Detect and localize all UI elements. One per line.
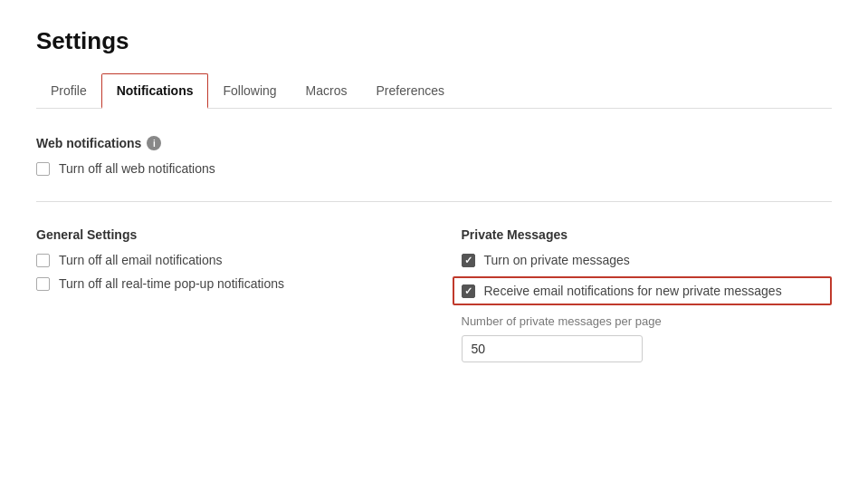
- info-icon[interactable]: i: [147, 136, 161, 150]
- turn-on-pm-row: Turn on private messages: [462, 253, 833, 267]
- turn-off-popup-row: Turn off all real-time pop-up notificati…: [36, 276, 407, 291]
- general-settings-col: General Settings Turn off all email noti…: [36, 227, 407, 362]
- turn-off-popup-label: Turn off all real-time pop-up notificati…: [59, 276, 284, 291]
- tab-notifications[interactable]: Notifications: [101, 73, 209, 109]
- turn-off-email-row: Turn off all email notifications: [36, 253, 407, 267]
- per-page-label: Number of private messages per page: [462, 314, 833, 328]
- tabs-nav: Profile Notifications Following Macros P…: [36, 73, 832, 109]
- general-settings-title: General Settings: [36, 227, 407, 242]
- two-col-layout: General Settings Turn off all email noti…: [36, 227, 832, 362]
- receive-email-pm-label: Receive email notifications for new priv…: [484, 284, 782, 298]
- tab-profile[interactable]: Profile: [36, 74, 101, 109]
- turn-off-web-row: Turn off all web notifications: [36, 161, 832, 176]
- page-title: Settings: [36, 27, 832, 55]
- private-messages-col: Private Messages Turn on private message…: [462, 227, 833, 362]
- tab-following[interactable]: Following: [208, 74, 291, 109]
- turn-off-email-checkbox[interactable]: [36, 254, 50, 267]
- turn-off-popup-checkbox[interactable]: [36, 277, 50, 291]
- receive-email-pm-checkbox[interactable]: [462, 284, 475, 298]
- turn-off-web-checkbox[interactable]: [36, 162, 50, 176]
- turn-off-web-label: Turn off all web notifications: [59, 161, 215, 176]
- receive-email-pm-row: Receive email notifications for new priv…: [453, 276, 833, 305]
- turn-on-pm-checkbox[interactable]: [462, 254, 475, 267]
- web-notifications-section: Web notifications i Turn off all web not…: [36, 136, 832, 176]
- section-divider: [36, 201, 832, 202]
- tab-macros[interactable]: Macros: [291, 74, 362, 109]
- turn-on-pm-label: Turn on private messages: [484, 253, 630, 267]
- turn-off-email-label: Turn off all email notifications: [59, 253, 223, 267]
- tab-preferences[interactable]: Preferences: [362, 74, 459, 109]
- private-messages-title: Private Messages: [462, 227, 833, 242]
- per-page-input[interactable]: [462, 335, 643, 362]
- web-notifications-title: Web notifications i: [36, 136, 832, 150]
